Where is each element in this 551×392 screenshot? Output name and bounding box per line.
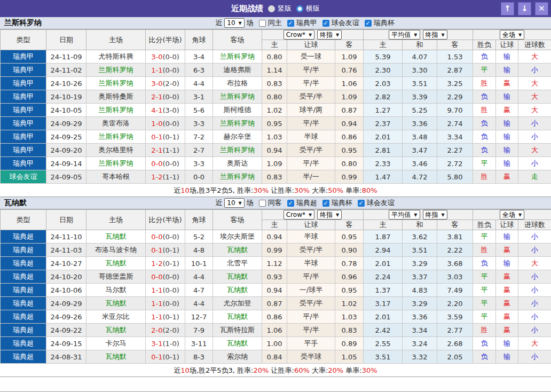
corner-cell: 0-0 [185,170,213,184]
team-name: 兰斯科罗纳 [4,18,42,28]
crow-home-odds-cell: 1.02 [262,104,287,117]
away-team-cell: 瓦纳默 [213,284,262,297]
fulltime-score: 0-1 [151,133,162,141]
match-row: 瑞典超24-08-31瓦纳默0-1(0-1)8-3索尔纳0.84受半球1.053… [1,350,551,364]
league-type-cell: 瑞典甲 [1,64,46,77]
layout-option-horizontal[interactable]: 横版 [296,4,320,13]
home-team-cell: 兰斯科罗纳 [86,77,146,90]
league-checkbox-1[interactable]: ✓ [322,20,329,27]
sub-header: 胜负 [473,220,496,230]
away-team-cell: 奥斯达 [213,157,262,170]
corner-cell: 4-4 [185,297,213,310]
away-team-cell: 瓦纳默 [213,244,262,257]
crow-company-select[interactable]: Crow*▼ [284,30,314,40]
average-select[interactable]: 平均值▼ [389,210,420,219]
fulltime-select-value: 全场 [502,210,515,219]
sub-header: 进球数 [518,40,551,50]
halftime-score: (0-0) [162,286,179,294]
avg-away-odds-cell: 2.72 [437,157,473,170]
handicap-line-cell: 半球 [287,257,335,270]
summary-value: 60% [294,366,310,374]
title-group: 近期战绩 竖版 横版 [0,4,551,14]
match-row: 瑞典甲24-11-02兰斯科罗纳1-1(0-0)6-3迪格弗斯1.14平/半0.… [1,64,551,77]
crow-company-select[interactable]: Crow*▼ [284,210,314,219]
fulltime-score: 1-2 [151,173,162,181]
result-handicap-cell: 赢 [496,324,518,337]
handicap-line-cell: 受平/半 [287,144,335,157]
move-up-button[interactable]: ↑ [501,2,514,15]
result-winloss-cell: 平 [473,157,496,170]
crow-home-odds-cell: 0.99 [262,244,287,257]
chevron-down-icon: ▼ [239,21,242,26]
final-odds-select-2[interactable]: 终指▼ [423,210,447,219]
result-goals-cell: 小 [518,310,551,324]
league-checkbox-2[interactable]: ✓ [365,20,372,27]
home-team-cell: 瓦纳默 [86,324,146,337]
corner-cell: 3-11 [185,337,213,350]
handicap-line-cell: 受一球 [287,50,335,64]
check-icon: ✓ [366,20,371,27]
move-down-button[interactable]: ↓ [518,2,531,15]
handicap-line-cell: 半球 [287,130,335,144]
summary-value: 10 [180,186,190,194]
league-checkbox-2[interactable]: ✓ [358,200,365,207]
close-button[interactable]: ✕ [535,2,548,15]
avg-home-odds-cell: 2.55 [364,337,403,350]
league-checkbox-0[interactable]: ✓ [287,20,294,27]
final-odds-select-2[interactable]: 终指▼ [423,30,447,40]
close-icon: ✕ [538,4,545,13]
handicap-line-cell: 受平/半 [287,90,335,104]
crow-away-odds-cell: 0.86 [335,130,364,144]
col-header-home-team-cell: 主场 [86,210,146,230]
fulltime-select[interactable]: 全场▼ [500,210,524,219]
crow-home-odds-cell: 1.14 [262,64,287,77]
recent-count-select[interactable]: 10▼ [224,18,244,28]
away-team-cell: 兰斯科罗纳 [213,144,262,157]
away-team-cell: 瓦纳默 [213,270,262,284]
fulltime-score: 1-1 [151,313,162,321]
layout-option-vertical[interactable]: 竖版 [268,4,292,13]
halftime-score: (0-0) [162,93,179,101]
handicap-line-cell: 平/半 [287,77,335,90]
result-handicap-cell: 输 [496,157,518,170]
avg-draw-odds-cell: 3.32 [403,350,437,364]
league-checkbox-1[interactable]: ✓ [322,200,329,207]
final-odds-select[interactable]: 终指▼ [317,210,342,219]
crow-away-odds-cell: 1.05 [335,350,364,364]
match-row: 瑞典甲24-10-19奥斯特桑斯2-1(0-0)3-1兰斯科罗纳0.80受平/半… [1,90,551,104]
average-select[interactable]: 平均值▼ [389,30,420,40]
league-type-cell: 瑞典甲 [1,157,46,170]
score-cell: 0-0(0-0) [146,270,185,284]
league-checkbox-0[interactable]: ✓ [287,200,294,207]
sub-header: 客 [437,40,473,50]
col-header-score-cell: 比分(半场) [146,30,185,50]
result-goals-cell: 大 [518,337,551,350]
odds-group-average: 平均值▼终指▼ [364,210,473,220]
avg-home-odds-cell: 2.01 [364,257,403,270]
avg-draw-odds-cell: 3.51 [403,77,437,90]
score-cell: 1-0(0-0) [146,117,185,130]
chevron-down-icon: ▼ [336,213,339,217]
avg-away-odds-cell: 2.22 [437,244,473,257]
crow-away-odds-cell: 0.95 [335,144,364,157]
same-venue-checkbox[interactable] [259,200,266,207]
final-odds-select[interactable]: 终指▼ [317,30,342,40]
recent-count-select[interactable]: 10▼ [224,198,244,208]
fulltime-select[interactable]: 全场▼ [500,30,524,40]
date-cell: 24-10-05 [46,104,86,117]
sub-header: 客 [437,220,473,230]
avg-away-odds-cell: 2.74 [437,117,473,130]
result-winloss-cell: 平 [473,310,496,324]
radio-vertical-icon[interactable] [268,5,275,12]
home-team-cell: 瓦纳默 [86,297,146,310]
halftime-score: (0-1) [162,313,179,321]
summary-text: 近 [174,366,180,374]
away-team-cell: 索尔纳 [213,350,262,364]
summary-text: 单率: [343,186,362,194]
chevron-down-icon: ▼ [239,201,242,206]
result-goals-cell: 小 [518,64,551,77]
same-venue-checkbox[interactable] [259,20,266,27]
radio-horizontal-icon[interactable] [296,5,303,12]
col-header-score-cell: 比分(半场) [146,210,185,230]
home-team-cell: 兰斯科罗纳 [86,157,146,170]
